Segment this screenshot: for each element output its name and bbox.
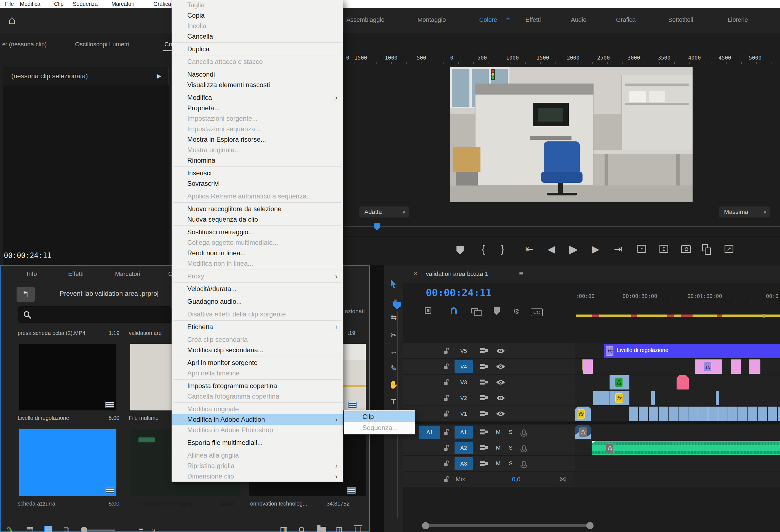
tab-colore[interactable]: Colore [479, 16, 497, 23]
tab-librerie[interactable]: Librerie [728, 16, 748, 23]
menu-item-duplica[interactable]: Duplica [172, 44, 343, 54]
clip-name[interactable]: onnovation technolog... [250, 500, 307, 507]
solo-button[interactable]: S [509, 429, 513, 435]
menu-item-impostazioni-sorgente[interactable]: Impostazioni sorgente... [172, 113, 343, 124]
track-label-selected[interactable]: A1 [454, 426, 473, 438]
video-clip-v1-first[interactable]: fx [575, 407, 591, 421]
menu-item-inserisci[interactable]: Inserisci [172, 168, 343, 178]
zoom-level-dropdown[interactable]: Adatta ∨ [359, 206, 409, 217]
voiceover-mic-icon[interactable] [522, 429, 526, 435]
playback-resolution-dropdown[interactable]: Massima ∨ [719, 206, 770, 217]
eye-icon[interactable] [496, 348, 505, 354]
menu-sequenza[interactable]: Sequenza [73, 1, 98, 7]
video-clip-sliver[interactable] [716, 391, 719, 405]
tab-effetti[interactable]: Effetti [68, 270, 84, 278]
lock-icon[interactable] [443, 347, 450, 355]
tab-grafica[interactable]: Grafica [616, 16, 636, 23]
track-label-selected[interactable]: A2 [454, 441, 473, 454]
menu-item-mostra-originale[interactable]: Mostra originale... [172, 145, 343, 155]
menu-item-incolla[interactable]: Incolla [172, 21, 343, 31]
chevron-down-icon[interactable]: ∨ [152, 527, 156, 532]
close-icon[interactable]: × [413, 269, 417, 278]
pink-clip[interactable] [749, 360, 761, 374]
tab-marcatori[interactable]: Marcatori [115, 270, 140, 278]
play-button-icon[interactable]: ▶ [569, 243, 578, 255]
lock-icon[interactable] [443, 444, 450, 451]
lock-icon[interactable] [443, 460, 450, 467]
menu-item-modifica-clip-secondaria[interactable]: Modifica clip secondaria... [172, 345, 343, 355]
zoom-handle-right[interactable] [586, 522, 593, 529]
menu-clip[interactable]: Clip [54, 1, 63, 7]
sequence-tab-title[interactable]: validation area bozza 1 [426, 270, 488, 278]
menu-item-impostazioni-sequenza[interactable]: Impostazioni sequenza... [172, 124, 343, 134]
mute-button[interactable]: M [496, 445, 501, 451]
selection-tool[interactable] [390, 279, 397, 288]
pen-tool[interactable]: ✎ [390, 364, 397, 373]
navigate-up-icon[interactable]: ↰ [16, 287, 35, 302]
mark-in-icon[interactable]: { [482, 243, 485, 255]
eye-icon[interactable] [496, 395, 505, 401]
menu-item-nascondi[interactable]: Nascondi [172, 69, 343, 79]
slip-tool[interactable]: ↔ [390, 347, 397, 356]
ripple-edit-tool[interactable]: ⇆ [390, 313, 397, 322]
menu-item-modifica-non-in-linea[interactable]: Modifica non in linea... [172, 258, 343, 269]
program-mini-timeline[interactable] [344, 226, 780, 227]
clip-name[interactable]: validation are [129, 330, 162, 336]
eye-icon[interactable] [496, 364, 505, 369]
track-label[interactable]: V2 [454, 392, 473, 405]
eye-icon[interactable] [496, 380, 505, 385]
clip-name-selected[interactable]: onnovation technology p... [132, 500, 197, 507]
clip-thumbnail-blue[interactable] [19, 429, 116, 496]
menu-item-sostituisci-metraggio[interactable]: Sostituisci metraggio... [172, 227, 343, 237]
adjustment-layer-clip[interactable]: fx Livello di regolazione [604, 344, 780, 358]
voiceover-mic-icon[interactable] [522, 461, 526, 466]
icon-view-icon[interactable] [44, 526, 52, 532]
menu-item-taglia[interactable]: Taglia [172, 0, 343, 10]
menu-item-cancella-attacco[interactable]: Cancella attacco e stacco [172, 56, 343, 67]
menu-item-velocita-durata[interactable]: Velocità/durata... [172, 284, 343, 294]
pink-clip[interactable] [583, 360, 593, 374]
sync-lock-icon[interactable] [480, 445, 488, 451]
tab-assemblaggio[interactable]: Assemblaggio [346, 16, 385, 23]
pink-clip-fx[interactable]: fx [695, 360, 722, 374]
tab-audio[interactable]: Audio [571, 16, 586, 23]
sync-lock-icon[interactable] [480, 348, 488, 354]
menu-item-sovrascrivi[interactable]: Sovrascrivi [172, 178, 343, 189]
tab-lumetri-scopes[interactable]: Oscilloscopi Lumetri [75, 41, 129, 48]
lock-icon[interactable] [443, 379, 450, 386]
menu-item-crea-clip-secondaria[interactable]: Crea clip secondaria [172, 334, 343, 345]
track-a1-lane[interactable] [575, 425, 780, 440]
track-a3-lane[interactable] [575, 456, 780, 471]
menu-item-apri-timeline[interactable]: Apri nella timeline [172, 368, 343, 378]
menu-item-rendi-non-in-linea[interactable]: Rendi non in linea... [172, 248, 343, 258]
track-label[interactable]: V1 [454, 408, 473, 420]
video-clip-sliver[interactable] [651, 391, 655, 405]
menu-item-visualizza-nascosti[interactable]: Visualizza elementi nascosti [172, 79, 343, 90]
menu-item-disattiva-effetti[interactable]: Disattiva effetti della clip sorgente [172, 309, 343, 319]
video-clip-v2-fx[interactable]: fx [610, 391, 629, 405]
menu-item-guadagno-audio[interactable]: Guadagno audio... [172, 296, 343, 307]
clip-name[interactable]: presa scheda pcba (2).MP4 [18, 330, 86, 336]
menu-item-mostra-esplora[interactable]: Mostra in Esplora risorse... [172, 134, 343, 145]
menu-item-imposta-copertina[interactable]: Imposta fotogramma copertina [172, 381, 343, 391]
nest-indicator-icon[interactable] [425, 307, 431, 314]
menu-file[interactable]: File [5, 1, 14, 7]
clip-selector[interactable]: (nessuna clip selezionata) ▶ [3, 67, 169, 85]
razor-tool[interactable]: ✂ [390, 330, 397, 339]
rose-clip[interactable] [677, 375, 689, 389]
tab-info[interactable]: Info [27, 270, 37, 278]
track-label[interactable]: V3 [454, 376, 473, 389]
step-back-icon[interactable]: ◀ [547, 243, 555, 255]
workspace-menu-icon[interactable]: ≡ [506, 16, 510, 23]
sync-lock-icon[interactable] [480, 395, 488, 401]
lock-icon[interactable] [443, 363, 450, 370]
mark-out-icon[interactable]: } [501, 243, 504, 255]
menu-item-nuova-sequenza[interactable]: Nuova sequenza da clip [172, 214, 343, 225]
new-bin-icon[interactable] [316, 527, 326, 532]
menu-item-nuovo-raccoglitore[interactable]: Nuovo raccoglitore da selezione [172, 204, 343, 214]
solo-button[interactable]: S [509, 445, 513, 451]
sync-lock-icon[interactable] [480, 429, 488, 435]
source-patch-a1[interactable]: A1 [419, 426, 440, 439]
sync-lock-icon[interactable] [480, 364, 488, 370]
extract-icon[interactable]: ↥ [660, 245, 668, 253]
